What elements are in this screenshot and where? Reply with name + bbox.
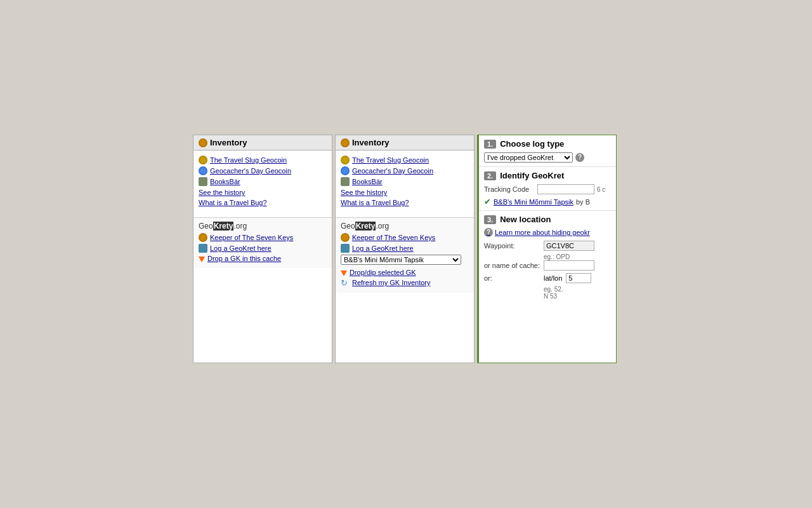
cache-name-row: or name of cache: [484,260,611,271]
step1-section: 1. Choose log type I've dropped GeoKret … [479,135,616,167]
brand-kret: Krety [213,222,234,231]
booksbar-link-r[interactable]: BooksBär [352,178,383,185]
tracking-code-input[interactable] [537,184,594,194]
log-icon [341,244,350,253]
lat-lon-label: lat/lon [544,274,562,282]
keeper-seven-keys-link-r[interactable]: Keeper of The Seven Keys [352,234,435,241]
left-panel-header: Inventory [193,135,332,150]
help-small-icon: ? [484,228,493,237]
waypoint-input[interactable] [544,241,594,251]
check-icon: ✔ [484,197,491,206]
learn-link-text[interactable]: Learn more about hiding geokr [495,229,590,236]
tracking-chars: 6 c [597,186,605,193]
waypoint-label: Waypoint: [484,242,541,250]
waypoint-eg-text: eg.: OPD [544,253,611,260]
step2-badge: 2. [484,171,496,180]
identified-row: ✔ B&B's Mini Mõmmi Tapsik by B [484,197,611,206]
log-geokret-link-r[interactable]: Log a GeoKret here [352,244,414,252]
left-brand: GeoKrety.org [199,222,327,231]
log-geokret-link[interactable]: Log a GeoKret here [210,244,272,252]
learn-more-link[interactable]: ? Learn more about hiding geokr [484,228,611,237]
gk-dropdown[interactable]: B&B's Mini Mõmmi Tapsik [341,255,461,265]
travel-slug-icon [341,156,350,164]
what-is-row: What is a Travel Bug? [199,198,327,207]
lat-lon-input[interactable] [566,273,591,283]
list-item: The Travel Slug Geocoin [199,156,327,164]
cache-name-label: or name of cache: [484,262,541,269]
left-panel-title: Inventory [210,138,247,147]
waypoint-row: Waypoint: [484,241,611,251]
tracking-code-row: Tracking Code 6 c [484,184,611,194]
geocachers-day-link[interactable]: Geocacher's Day Geocoin [210,167,291,175]
step2-section: 2. Identify GeoKret Tracking Code 6 c ✔ … [479,167,616,211]
list-item: Keeper of The Seven Keys [199,233,327,242]
step3-badge: 3. [484,215,496,224]
cache-name-input[interactable] [544,260,594,271]
gk-dropdown-row: B&B's Mini Mõmmi Tapsik [341,255,469,267]
drop-gk-link[interactable]: Drop a GK in this cache [207,255,281,262]
identified-name[interactable]: B&B's Mini Mõmmi Tapsik [494,198,573,206]
drop-dip-link[interactable]: Drop/dip selected GK [350,269,416,276]
refresh-icon: ↻ [341,278,350,287]
left-panel-body: The Travel Slug Geocoin Geocacher's Day … [193,150,332,217]
travel-slug-link[interactable]: The Travel Slug Geocoin [210,156,287,164]
see-history-link-r[interactable]: See the history [341,189,387,196]
left-inventory-icon [199,138,207,147]
lat-lon-row: or: lat/lon [484,273,611,283]
geocachers-day-link-r[interactable]: Geocacher's Day Geocoin [352,167,433,175]
step3-header: 3. New location [484,215,611,224]
left-inventory-list: The Travel Slug Geocoin Geocacher's Day … [199,156,327,207]
list-item: Geocacher's Day Geocoin [341,166,469,175]
step2-title: Identify GeoKret [500,171,564,180]
log-gk-row-r: Log a GeoKret here [341,244,469,253]
right-panel-body: The Travel Slug Geocoin Geocacher's Day … [336,150,474,217]
refresh-inventory-link[interactable]: Refresh my GK Inventory [352,279,431,286]
globe-icon [199,166,207,175]
see-history-row: See the history [199,188,327,197]
brand-kret-r: Krety [355,222,376,231]
books-icon [199,177,207,186]
tracking-code-label: Tracking Code [484,185,535,193]
gk-coin-icon [341,233,350,242]
log-type-select[interactable]: I've dropped GeoKret I've picked up GeoK… [484,152,573,163]
lat-eg2: N 53 [544,293,611,300]
left-geokrety-section: GeoKrety.org Keeper of The Seven Keys Lo… [193,217,332,268]
drop-icon-r [341,271,347,276]
help-icon[interactable]: ? [575,153,584,162]
left-inventory-panel: Inventory The Travel Slug Geocoin Geocac… [193,135,332,363]
right-inventory-icon [341,138,350,147]
list-item: BooksBär [199,177,327,186]
right-inventory-list: The Travel Slug Geocoin Geocacher's Day … [341,156,469,207]
or-label: or: [484,274,541,282]
globe-icon [341,166,350,175]
what-is-link[interactable]: What is a Travel Bug? [199,199,267,206]
list-item: Keeper of The Seven Keys [341,233,469,242]
step1-badge: 1. [484,140,496,149]
list-item: The Travel Slug Geocoin [341,156,469,164]
lat-eg1: eg. 52. [544,286,611,293]
right-geokrety-section: GeoKrety.org Keeper of The Seven Keys Lo… [336,217,474,293]
drop-gk-row: Drop a GK in this cache [199,255,327,262]
right-brand: GeoKrety.org [341,222,469,231]
booksbar-link[interactable]: BooksBär [210,178,240,185]
keeper-seven-keys-link[interactable]: Keeper of The Seven Keys [210,234,293,241]
see-history-row-r: See the history [341,188,469,197]
what-is-row-r: What is a Travel Bug? [341,198,469,207]
log-gk-row: Log a GeoKret here [199,244,327,253]
what-is-link-r[interactable]: What is a Travel Bug? [341,199,409,206]
books-icon [341,177,350,186]
refresh-row: ↻ Refresh my GK Inventory [341,278,469,287]
step3-section: 3. New location ? Learn more about hidin… [479,211,616,304]
see-history-link[interactable]: See the history [199,189,245,196]
list-item: Geocacher's Day Geocoin [199,166,327,175]
step1-header: 1. Choose log type [484,139,611,149]
step1-title: Choose log type [500,139,564,149]
gk-coin-icon [199,233,207,242]
drop-icon [199,257,205,262]
travel-slug-link-r[interactable]: The Travel Slug Geocoin [352,156,429,164]
drop-dip-row: Drop/dip selected GK [341,269,469,276]
identified-by: by B [576,198,590,206]
right-panel-header: Inventory [336,135,474,150]
step3-title: New location [500,215,551,224]
step2-header: 2. Identify GeoKret [484,171,611,180]
